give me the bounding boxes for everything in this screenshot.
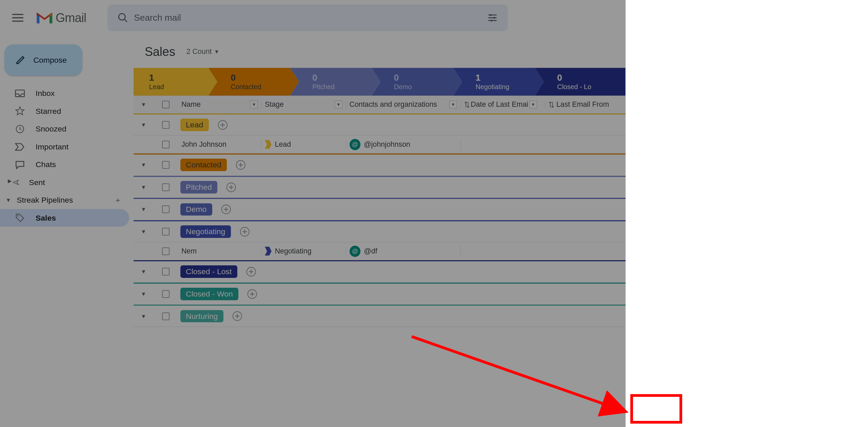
hamburger-icon: [12, 14, 23, 22]
row-select[interactable]: [154, 141, 178, 148]
gmail-icon: [36, 11, 54, 24]
group-row: ▼ Lead: [134, 114, 626, 136]
group-label: Closed - Won: [180, 288, 239, 300]
pipeline-header: Sales 2 Count ▼: [134, 36, 626, 68]
sidebar-item-starred[interactable]: Starred: [0, 102, 129, 120]
col-contacts[interactable]: Contacts and organizations▼: [346, 100, 461, 109]
add-box-button[interactable]: [245, 266, 257, 278]
group-expand[interactable]: ▼: [134, 268, 154, 275]
group-expand[interactable]: ▼: [134, 122, 154, 128]
sidebar-item-snoozed[interactable]: Snoozed: [0, 120, 129, 138]
col-from[interactable]: Last Email From: [545, 100, 617, 109]
add-box-button[interactable]: [235, 159, 247, 171]
group-row: ▼ Closed - Won: [134, 283, 626, 305]
cell-contacts[interactable]: @@johnjohnson: [346, 139, 461, 150]
add-box-button[interactable]: [225, 181, 237, 193]
add-box-button[interactable]: [217, 119, 229, 131]
search-bar[interactable]: Search mail: [107, 4, 508, 31]
add-box-button[interactable]: [239, 226, 251, 238]
cell-name[interactable]: John Johnson: [178, 140, 261, 149]
stage-contacted[interactable]: 0Contacted: [209, 68, 299, 96]
group-label: Negotiating: [180, 225, 231, 238]
add-box-button[interactable]: [231, 310, 243, 322]
stage-closed-lost[interactable]: 0Closed - Lo: [535, 68, 626, 96]
svg-point-3: [491, 20, 492, 21]
add-box-button[interactable]: [220, 203, 232, 216]
search-options-icon[interactable]: [481, 12, 504, 23]
table-row[interactable]: Nem Negotiating @@df: [134, 242, 626, 260]
table-row[interactable]: John Johnson Lead @@johnjohnson: [134, 136, 626, 154]
expand-all[interactable]: ▼: [134, 101, 154, 108]
cell-name[interactable]: Nem: [178, 247, 261, 256]
product-name: Gmail: [56, 11, 86, 25]
compose-button[interactable]: Compose: [4, 44, 82, 76]
group-expand[interactable]: ▼: [134, 228, 154, 235]
col-name[interactable]: Name▼: [178, 100, 261, 109]
stage-negotiating[interactable]: 1Negotiating: [453, 68, 544, 96]
pipeline-count[interactable]: 2 Count ▼: [186, 47, 220, 56]
stage-demo[interactable]: 0Demo: [372, 68, 462, 96]
dropdown-icon[interactable]: ▼: [529, 101, 537, 108]
group-expand[interactable]: ▼: [134, 313, 154, 320]
chat-icon: [15, 160, 26, 169]
col-stage[interactable]: Stage▼: [261, 100, 346, 109]
cell-contacts[interactable]: @@df: [346, 246, 461, 257]
dropdown-icon[interactable]: ▼: [449, 101, 457, 108]
group-select[interactable]: [154, 312, 178, 320]
group-select[interactable]: [154, 205, 178, 213]
row-select[interactable]: [154, 247, 178, 255]
cell-stage[interactable]: Lead: [261, 140, 346, 149]
avatar: @: [350, 139, 361, 150]
inbox-icon: [15, 89, 26, 97]
group-expand[interactable]: ▼: [134, 291, 154, 297]
group-label: Closed - Lost: [180, 265, 237, 278]
group-select[interactable]: [154, 228, 178, 236]
sidebar: Compose Inbox Starred Snoozed Important …: [0, 36, 134, 427]
group-select[interactable]: [154, 121, 178, 129]
group-row: ▼ Nurturing: [134, 305, 626, 327]
select-all[interactable]: [154, 101, 178, 108]
svg-point-0: [119, 14, 125, 20]
group-label: Pitched: [180, 181, 217, 194]
stage-lead[interactable]: 1Lead: [134, 68, 217, 96]
col-date[interactable]: Date of Last Emai▼: [461, 100, 545, 109]
main-menu-button[interactable]: [4, 4, 31, 31]
clock-icon: [15, 124, 26, 134]
group-label: Demo: [180, 203, 212, 216]
important-icon: [15, 143, 26, 151]
add-box-button[interactable]: [246, 288, 258, 300]
stage-pitched[interactable]: 0Pitched: [290, 68, 381, 96]
search-icon: [112, 12, 134, 23]
dropdown-icon[interactable]: ▼: [250, 101, 258, 108]
sort-icon: [549, 101, 554, 108]
group-row: ▼ Demo: [134, 198, 626, 220]
avatar: @: [350, 246, 361, 257]
group-expand[interactable]: ▼: [134, 162, 154, 168]
group-select[interactable]: [154, 161, 178, 169]
group-label: Lead: [180, 119, 209, 131]
sidebar-item-important[interactable]: Important: [0, 138, 129, 156]
group-expand[interactable]: ▼: [134, 206, 154, 212]
section-streak-pipelines[interactable]: ▼Streak Pipelines ＋: [0, 191, 129, 209]
search-input[interactable]: Search mail: [134, 13, 481, 23]
dropdown-icon[interactable]: ▼: [335, 101, 342, 108]
sort-icon: [464, 101, 470, 108]
group-row: ▼ Pitched: [134, 176, 626, 198]
compose-label: Compose: [33, 56, 66, 65]
sidebar-item-chats[interactable]: Chats: [0, 156, 129, 174]
sidebar-item-sales[interactable]: Sales: [0, 209, 129, 227]
group-select[interactable]: [154, 268, 178, 276]
gmail-logo[interactable]: Gmail: [31, 11, 91, 25]
sidebar-item-sent[interactable]: ▶Sent: [0, 174, 129, 191]
group-expand[interactable]: ▼: [134, 184, 154, 190]
star-icon: [15, 106, 26, 116]
sidebar-item-inbox[interactable]: Inbox: [0, 84, 129, 102]
table-header: ▼ Name▼ Stage▼ Contacts and organization…: [134, 96, 626, 114]
cell-stage[interactable]: Negotiating: [261, 247, 346, 256]
svg-point-6: [17, 215, 19, 217]
stage-funnel: 1Lead 0Contacted 0Pitched 0Demo 1Negotia…: [134, 68, 626, 96]
add-pipeline-button[interactable]: ＋: [111, 194, 124, 207]
main-content: Sales 2 Count ▼ 1Lead 0Contacted 0Pitche…: [134, 36, 626, 427]
group-select[interactable]: [154, 183, 178, 191]
group-select[interactable]: [154, 290, 178, 298]
